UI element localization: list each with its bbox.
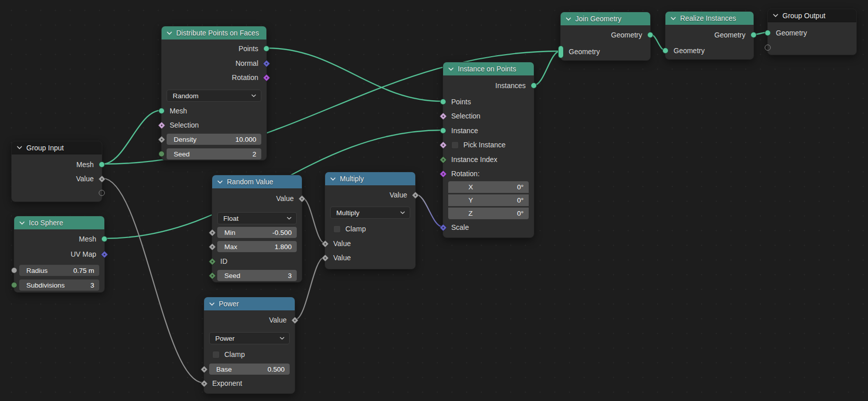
node-group-input[interactable]: Group Input Mesh Value xyxy=(11,141,102,202)
node-power[interactable]: Power Value Power Clamp Base 0.500 Expon… xyxy=(204,297,295,394)
socket-instances-output[interactable] xyxy=(531,83,537,89)
socket-geometry-input[interactable] xyxy=(662,48,668,54)
seed-field[interactable]: Seed 3 xyxy=(217,270,297,281)
rotation-x-field[interactable]: X 0° xyxy=(448,181,529,193)
socket-mesh-output[interactable] xyxy=(99,162,105,168)
field-label: Max xyxy=(224,243,238,251)
clamp-checkbox[interactable] xyxy=(333,225,341,233)
input-row-geometry: Geometry xyxy=(665,44,754,58)
data-type-dropdown[interactable]: Float xyxy=(217,212,297,224)
dropdown-chevron-icon xyxy=(280,337,285,340)
socket-radius-input[interactable] xyxy=(11,267,17,273)
node-title: Realize Instances xyxy=(680,14,736,22)
node-instance-on-points[interactable]: Instance on Points Instances Points Sele… xyxy=(443,62,534,238)
dropdown-value: Multiply xyxy=(336,209,360,217)
checkbox-label: Pick Instance xyxy=(463,141,505,149)
output-row-virtual xyxy=(12,186,102,200)
socket-points-input[interactable] xyxy=(440,99,446,105)
distribution-method-dropdown[interactable]: Random xyxy=(167,90,261,102)
collapse-chevron-icon[interactable] xyxy=(566,17,571,21)
node-group-output[interactable]: Group Output Geometry xyxy=(767,9,857,55)
input-label: Points xyxy=(451,98,471,106)
socket-geometry-input[interactable] xyxy=(765,30,771,36)
input-row-exponent: Exponent xyxy=(204,376,295,390)
node-editor-canvas[interactable]: Group Input Mesh Value Ico Sphere Mesh U… xyxy=(0,0,868,401)
clamp-checkbox[interactable] xyxy=(212,351,220,358)
dropdown-value: Random xyxy=(173,92,199,100)
rotation-z-field[interactable]: Z 0° xyxy=(448,208,529,219)
operation-dropdown[interactable]: Power xyxy=(209,332,290,344)
collapse-chevron-icon[interactable] xyxy=(330,177,336,181)
radius-field[interactable]: Radius 0.75 m xyxy=(19,265,99,276)
output-row-rotation: Rotation xyxy=(162,70,266,85)
operation-dropdown[interactable]: Multiply xyxy=(330,207,410,219)
socket-mesh-output[interactable] xyxy=(101,236,107,242)
node-ico-sphere[interactable]: Ico Sphere Mesh UV Map Radius 0.75 m Sub… xyxy=(14,216,105,293)
node-distribute-points-on-faces[interactable]: Distribute Points on Faces Points Normal… xyxy=(161,26,267,161)
wire-multiply-value-to-instance-scale xyxy=(416,194,443,227)
output-label: Mesh xyxy=(79,235,96,243)
input-row-geometry: Geometry xyxy=(768,26,856,40)
node-join-geometry[interactable]: Join Geometry Geometry Geometry xyxy=(560,12,651,61)
socket-instance-input[interactable] xyxy=(440,128,446,134)
collapse-chevron-icon[interactable] xyxy=(17,146,22,149)
collapse-chevron-icon[interactable] xyxy=(19,221,25,225)
input-label: Geometry xyxy=(674,47,704,55)
node-header: Group Input xyxy=(12,141,102,154)
socket-geometry-output[interactable] xyxy=(751,32,757,38)
field-label: Y xyxy=(468,196,473,204)
input-label: Instance xyxy=(451,127,478,135)
min-field[interactable]: Min -0.500 xyxy=(217,227,297,238)
rotation-y-field[interactable]: Y 0° xyxy=(448,194,529,206)
socket-mesh-input[interactable] xyxy=(159,108,165,114)
node-title: Random Value xyxy=(227,178,273,186)
collapse-chevron-icon[interactable] xyxy=(167,31,172,35)
seed-field[interactable]: Seed 2 xyxy=(167,148,261,159)
output-row-uv-map: UV Map xyxy=(14,247,104,261)
input-row-scale: Scale xyxy=(443,220,534,234)
socket-points-output[interactable] xyxy=(263,46,269,52)
field-label: Subdivisions xyxy=(26,282,65,289)
socket-subdivisions-input[interactable] xyxy=(11,282,17,288)
output-row-value: Value xyxy=(204,313,295,327)
collapse-chevron-icon[interactable] xyxy=(217,180,223,184)
node-title: Multiply xyxy=(340,175,364,183)
collapse-chevron-icon[interactable] xyxy=(670,17,676,20)
output-label: Rotation xyxy=(232,73,258,82)
socket-virtual-output[interactable] xyxy=(99,190,105,196)
socket-seed-input[interactable] xyxy=(159,151,165,157)
density-field[interactable]: Density 10.000 xyxy=(167,134,261,145)
socket-geometry-multi-input[interactable] xyxy=(558,46,564,58)
input-label: Instance Index xyxy=(451,155,497,164)
collapse-chevron-icon[interactable] xyxy=(448,67,454,71)
collapse-chevron-icon[interactable] xyxy=(209,302,215,306)
base-field[interactable]: Base 0.500 xyxy=(209,364,290,375)
socket-virtual-input[interactable] xyxy=(765,45,771,51)
socket-geometry-output[interactable] xyxy=(647,32,653,38)
wire-randomvalue-to-multiply-value1 xyxy=(302,198,325,243)
node-header: Realize Instances xyxy=(665,12,754,25)
subdivisions-field[interactable]: Subdivisions 3 xyxy=(19,279,99,291)
wire-groupinput-value-to-power-exponent xyxy=(102,178,204,383)
pick-instance-checkbox[interactable] xyxy=(451,141,459,149)
output-label: Value xyxy=(276,194,294,203)
max-field[interactable]: Max 1.800 xyxy=(217,241,297,252)
node-header: Multiply xyxy=(325,172,415,185)
output-label: Value xyxy=(389,191,407,199)
node-multiply[interactable]: Multiply Value Multiply Clamp Value Valu… xyxy=(325,172,416,269)
collapse-chevron-icon[interactable] xyxy=(773,14,778,17)
node-header: Distribute Points on Faces xyxy=(162,26,266,39)
input-row-rotation: Rotation: xyxy=(443,167,534,181)
input-row-geometry: Geometry xyxy=(561,45,650,59)
node-random-value[interactable]: Random Value Value Float Min -0.500 Max … xyxy=(212,175,302,283)
input-label: Selection xyxy=(170,121,199,129)
output-row-points: Points xyxy=(162,42,266,56)
dropdown-chevron-icon xyxy=(400,211,405,214)
input-label: Geometry xyxy=(776,29,807,37)
clamp-row: Clamp xyxy=(325,222,415,236)
node-header: Group Output xyxy=(768,9,856,22)
node-title: Group Input xyxy=(26,144,64,152)
node-realize-instances[interactable]: Realize Instances Geometry Geometry xyxy=(665,11,754,60)
output-label: Value xyxy=(269,316,287,324)
input-row-selection: Selection xyxy=(443,109,534,123)
